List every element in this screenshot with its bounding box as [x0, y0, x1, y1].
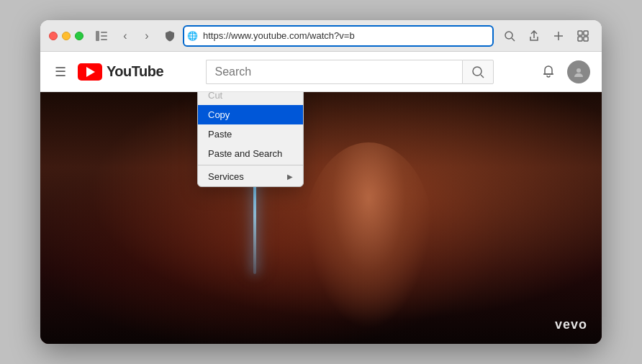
svg-rect-0: [96, 31, 99, 41]
svg-rect-2: [101, 35, 107, 37]
chevron-right-icon: ▶: [287, 173, 293, 181]
svg-point-12: [473, 67, 482, 76]
address-bar-container: 🌐: [183, 25, 494, 47]
user-avatar[interactable]: [567, 60, 590, 83]
context-menu-copy[interactable]: Copy: [198, 105, 303, 124]
nav-arrows: ‹ ›: [115, 26, 157, 46]
search-input[interactable]: [206, 60, 462, 84]
youtube-menu-icon[interactable]: ☰: [52, 61, 69, 83]
address-input[interactable]: [183, 25, 494, 47]
maximize-button[interactable]: [75, 32, 83, 40]
youtube-toolbar: ☰ YouTube: [40, 52, 602, 92]
video-figure: [304, 142, 433, 329]
traffic-lights: [49, 32, 83, 40]
svg-rect-3: [101, 39, 107, 40]
context-menu-cut[interactable]: Cut: [198, 92, 303, 105]
title-bar-actions: [499, 26, 593, 46]
context-menu-separator: [198, 165, 303, 165]
close-button[interactable]: [49, 32, 58, 40]
youtube-right-icons: [535, 59, 590, 85]
browser-window: ‹ › 🌐: [40, 20, 602, 344]
video-thumbnail: vevo: [40, 92, 602, 344]
svg-line-13: [481, 75, 484, 78]
svg-rect-8: [578, 31, 582, 35]
context-menu-services[interactable]: Services ▶: [198, 167, 303, 186]
minimize-button[interactable]: [62, 32, 71, 40]
content-area: vevo Cut Copy Paste Paste and Search Ser…: [40, 92, 602, 344]
search-toolbar-button[interactable]: [499, 26, 520, 46]
notifications-button[interactable]: [535, 59, 561, 85]
youtube-logo[interactable]: YouTube: [78, 63, 163, 81]
youtube-play-triangle: [86, 67, 95, 77]
context-menu-paste[interactable]: Paste: [198, 124, 303, 144]
search-button[interactable]: [462, 60, 494, 84]
svg-rect-9: [584, 31, 588, 35]
svg-point-4: [505, 32, 512, 39]
vevo-badge: vevo: [555, 317, 587, 332]
svg-line-5: [512, 38, 515, 41]
globe-icon: 🌐: [187, 31, 198, 41]
context-menu-paste-and-search[interactable]: Paste and Search: [198, 144, 303, 163]
search-area: [206, 60, 494, 84]
youtube-logo-text: YouTube: [107, 63, 163, 80]
title-bar: ‹ › 🌐: [40, 20, 602, 52]
new-tab-button[interactable]: [548, 26, 569, 46]
shield-icon: [163, 29, 177, 43]
back-button[interactable]: ‹: [115, 26, 135, 46]
context-menu: Cut Copy Paste Paste and Search Services…: [197, 92, 304, 187]
forward-button[interactable]: ›: [137, 26, 157, 46]
svg-point-16: [577, 68, 581, 73]
svg-rect-11: [584, 37, 588, 41]
share-button[interactable]: [524, 26, 544, 46]
youtube-logo-icon: [78, 63, 102, 81]
svg-rect-1: [101, 32, 107, 33]
sidebar-toggle-button[interactable]: [94, 28, 109, 44]
svg-rect-10: [578, 37, 582, 41]
tab-overview-button[interactable]: [573, 26, 593, 46]
